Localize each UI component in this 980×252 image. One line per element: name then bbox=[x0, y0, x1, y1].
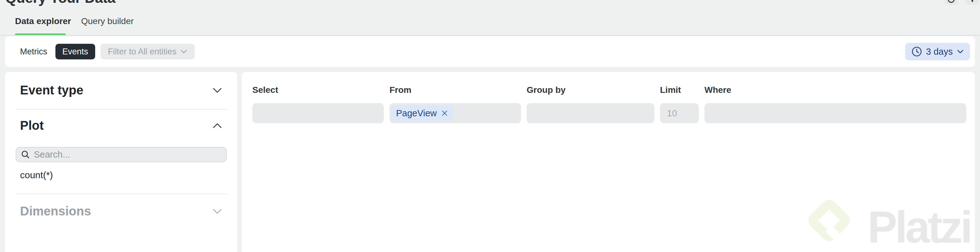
chevron-up-icon bbox=[212, 122, 222, 129]
sidebar: Event type Plot count(*) bbox=[5, 72, 237, 252]
limit-input[interactable] bbox=[660, 103, 699, 123]
chevron-down-icon bbox=[212, 87, 222, 94]
chevron-down-icon bbox=[212, 208, 222, 214]
plot-search-input[interactable] bbox=[34, 149, 222, 160]
query-builder-panel: Select From Group by Limit Where PageVie… bbox=[242, 72, 975, 252]
time-range-label: 3 days bbox=[926, 47, 953, 57]
tab-query-builder[interactable]: Query builder bbox=[81, 16, 134, 26]
dimensions-header[interactable]: Dimensions bbox=[15, 194, 228, 231]
plot-item-count[interactable]: count(*) bbox=[15, 162, 228, 193]
where-label: Where bbox=[705, 85, 966, 95]
from-field[interactable]: PageView bbox=[390, 103, 521, 123]
query-builder-grid: Select From Group by Limit Where PageVie… bbox=[252, 85, 966, 123]
event-type-title: Event type bbox=[20, 83, 83, 97]
from-chip-pageview: PageView bbox=[391, 106, 453, 121]
plot-header[interactable]: Plot bbox=[15, 110, 228, 133]
chevron-down-icon bbox=[957, 49, 964, 54]
dimensions-title: Dimensions bbox=[20, 204, 91, 218]
plot-search-box bbox=[16, 147, 227, 162]
remove-chip-button[interactable] bbox=[441, 109, 449, 117]
close-icon bbox=[441, 109, 449, 117]
event-type-header[interactable]: Event type bbox=[15, 72, 228, 109]
from-label: From bbox=[390, 85, 521, 95]
tab-bar: Data explorer Query builder bbox=[15, 16, 134, 26]
events-button[interactable]: Events bbox=[56, 44, 95, 59]
search-icon bbox=[21, 150, 30, 160]
plot-title: Plot bbox=[20, 119, 44, 133]
cropped-toolbar-button-2[interactable] bbox=[965, 0, 979, 5]
limit-label: Limit bbox=[660, 85, 699, 95]
time-range-button[interactable]: 3 days bbox=[905, 43, 970, 60]
tab-data-explorer[interactable]: Data explorer bbox=[15, 16, 71, 26]
page-title: Query Your Data bbox=[5, 0, 115, 6]
group-by-field[interactable] bbox=[527, 103, 654, 123]
cropped-toolbar-button-1[interactable] bbox=[945, 0, 958, 5]
where-field[interactable] bbox=[705, 103, 966, 123]
toolbar: Metrics Events Filter to All entities 3 … bbox=[5, 36, 975, 67]
section-dimensions: Dimensions bbox=[15, 194, 228, 231]
filter-entities-label: Filter to All entities bbox=[108, 47, 177, 57]
clock-icon bbox=[912, 46, 922, 57]
tabs-divider bbox=[0, 35, 980, 36]
circle-icon bbox=[948, 0, 955, 3]
select-field[interactable] bbox=[252, 103, 384, 123]
query-your-data-screen: Query Your Data Data explorer Query buil… bbox=[0, 0, 980, 252]
dot-icon bbox=[972, 0, 973, 2]
chevron-down-icon bbox=[180, 49, 187, 54]
from-chip-label: PageView bbox=[396, 108, 437, 119]
filter-entities-button[interactable]: Filter to All entities bbox=[100, 44, 195, 59]
metrics-button[interactable]: Metrics bbox=[20, 47, 47, 57]
section-plot: Plot count(*) bbox=[15, 110, 228, 194]
group-by-label: Group by bbox=[527, 85, 654, 95]
select-label: Select bbox=[252, 85, 384, 95]
section-event-type: Event type bbox=[15, 72, 228, 110]
